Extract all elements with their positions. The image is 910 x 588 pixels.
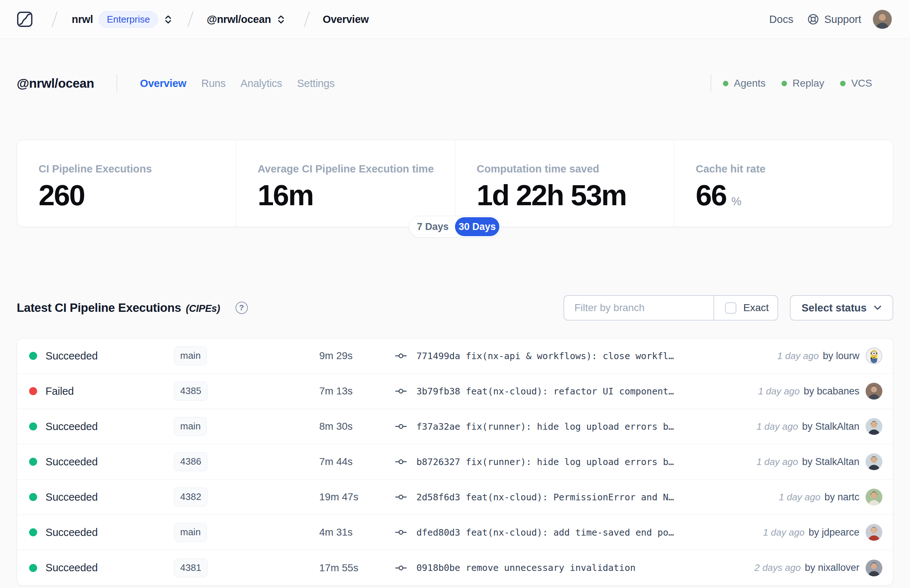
run-meta: 1 day ago by lourw	[777, 351, 860, 362]
branch-cell: 4386	[174, 452, 319, 471]
workspace-tabs: Overview Runs Analytics Settings	[140, 78, 335, 89]
author-avatar	[866, 524, 883, 541]
git-commit-icon	[395, 352, 407, 360]
user-avatar[interactable]	[873, 10, 892, 29]
stat-ci-pipeline-executions: CI Pipeline Executions 260	[17, 140, 236, 227]
run-meta: 2 days ago by nixallover	[755, 562, 860, 573]
branch-badge[interactable]: 4382	[174, 488, 207, 507]
commit-message[interactable]: 2d58f6d3feat(nx-cloud): PermissionError …	[416, 492, 674, 502]
run-time-ago: 2 days ago	[755, 562, 801, 573]
run-status: Failed	[37, 385, 174, 397]
feature-vcs[interactable]: VCS	[840, 78, 872, 89]
status-select[interactable]: Select status	[790, 295, 893, 321]
commit-cell: 2d58f6d3feat(nx-cloud): PermissionError …	[395, 492, 779, 502]
run-row[interactable]: Succeeded main 9m 29s 771499dafix(nx-api…	[17, 338, 893, 374]
help-icon[interactable]	[236, 302, 248, 314]
branch-badge[interactable]: 4381	[174, 559, 207, 577]
divider	[116, 74, 117, 92]
run-duration: 7m 13s	[319, 385, 395, 397]
main-content: @nrwl/ocean Overview Runs Analytics Sett…	[0, 74, 910, 586]
nx-cloud-logo[interactable]	[17, 11, 33, 27]
author-avatar	[866, 383, 883, 399]
author-avatar	[866, 347, 883, 364]
divider	[711, 74, 711, 92]
feature-agents[interactable]: Agents	[723, 78, 766, 89]
breadcrumb-slash-icon	[52, 11, 58, 27]
commit-hash: b8726327	[416, 457, 460, 467]
run-row[interactable]: Failed 4385 7m 13s 3b79fb38feat(nx-cloud…	[17, 374, 893, 409]
breadcrumb-org[interactable]: nrwl	[72, 13, 93, 26]
breadcrumb-page[interactable]: Overview	[323, 13, 369, 26]
run-status: Succeeded	[37, 491, 174, 503]
run-row[interactable]: Succeeded main 4m 31s dfed80d3feat(nx-cl…	[17, 515, 893, 550]
commit-message[interactable]: 0918b0beremove unnecessary invalidation	[416, 562, 635, 573]
status-dot-icon	[840, 81, 845, 86]
author-avatar	[866, 418, 883, 435]
run-status: Succeeded	[37, 562, 174, 574]
run-status-dot-icon	[29, 528, 37, 536]
workspace-switcher-chevron-updown-icon[interactable]	[276, 13, 286, 26]
run-time-ago: 1 day ago	[756, 456, 798, 468]
run-author: by StalkAltan	[802, 421, 860, 432]
git-commit-icon	[395, 457, 407, 466]
org-switcher-chevron-updown-icon[interactable]	[163, 13, 173, 26]
branch-cell: main	[174, 523, 319, 542]
run-status: Succeeded	[37, 456, 174, 468]
tab-settings[interactable]: Settings	[297, 78, 335, 89]
run-time-ago: 1 day ago	[763, 527, 805, 538]
status-dot-icon	[782, 81, 787, 86]
stat-computation-time-saved: Computation time saved 1d 22h 53m	[455, 140, 674, 227]
git-commit-icon	[395, 422, 407, 431]
run-status-dot-icon	[29, 564, 37, 572]
commit-hash: 2d58f6d3	[416, 492, 460, 502]
branch-filter-input[interactable]	[564, 296, 713, 320]
range-30-days[interactable]: 30 Days	[455, 217, 499, 236]
branch-badge[interactable]: main	[174, 346, 207, 365]
executions-title: Latest CI Pipeline Executions (CIPEs)	[17, 301, 220, 315]
commit-message[interactable]: dfed80d3feat(nx-cloud): add time-saved e…	[416, 527, 674, 538]
run-time-ago: 1 day ago	[758, 386, 800, 397]
branch-badge[interactable]: main	[174, 417, 207, 436]
commit-hash: 0918b0be	[416, 562, 460, 573]
tab-analytics[interactable]: Analytics	[241, 78, 282, 89]
git-commit-icon	[395, 528, 407, 537]
branch-cell: 4385	[174, 382, 319, 401]
branch-cell: main	[174, 346, 319, 365]
run-duration: 7m 44s	[319, 456, 395, 468]
commit-message[interactable]: b8726327fix(runner): hide log upload err…	[416, 457, 674, 467]
commit-message[interactable]: 771499dafix(nx-api & workflows): close w…	[416, 351, 674, 361]
feature-replay[interactable]: Replay	[782, 78, 824, 89]
commit-hash: 3b79fb38	[416, 386, 460, 397]
branch-badge[interactable]: 4386	[174, 452, 207, 471]
branch-cell: main	[174, 417, 319, 436]
commit-cell: 771499dafix(nx-api & workflows): close w…	[395, 351, 777, 361]
breadcrumb-workspace[interactable]: @nrwl/ocean	[207, 13, 271, 26]
branch-badge[interactable]: 4385	[174, 382, 207, 401]
run-status-dot-icon	[29, 493, 37, 501]
run-row[interactable]: Succeeded 4382 19m 47s 2d58f6d3feat(nx-c…	[17, 480, 893, 515]
run-time-ago: 1 day ago	[756, 421, 798, 432]
git-commit-icon	[395, 493, 407, 501]
date-range-toggle: 7 Days 30 Days	[409, 216, 501, 237]
top-bar: nrwl Enterprise @nrwl/ocean Overview Doc…	[0, 0, 910, 39]
support-link[interactable]: Support	[807, 13, 861, 26]
run-row[interactable]: Succeeded 4386 7m 44s b8726327fix(runner…	[17, 444, 893, 480]
run-row[interactable]: Succeeded main 8m 30s f37a32aefix(runner…	[17, 409, 893, 444]
executions-filters: Exact Select status	[564, 295, 893, 321]
commit-message[interactable]: 3b79fb38feat(nx-cloud): refactor UI comp…	[416, 386, 674, 397]
exact-checkbox[interactable]	[725, 302, 736, 313]
run-author: by nixallover	[805, 562, 860, 573]
commit-cell: b8726327fix(runner): hide log upload err…	[395, 457, 756, 467]
tab-runs[interactable]: Runs	[201, 78, 226, 89]
workspace-title: @nrwl/ocean	[17, 76, 94, 90]
run-time-ago: 1 day ago	[777, 351, 819, 362]
run-row[interactable]: Succeeded 4381 17m 55s 0918b0beremove un…	[17, 550, 893, 585]
range-7-days[interactable]: 7 Days	[411, 217, 455, 236]
commit-message[interactable]: f37a32aefix(runner): hide log upload err…	[416, 422, 674, 432]
run-meta: 1 day ago by StalkAltan	[756, 421, 860, 432]
branch-badge[interactable]: main	[174, 523, 207, 542]
branch-filter-group: Exact	[564, 295, 778, 321]
docs-link[interactable]: Docs	[769, 13, 793, 26]
support-label: Support	[824, 13, 861, 26]
tab-overview[interactable]: Overview	[140, 78, 186, 89]
